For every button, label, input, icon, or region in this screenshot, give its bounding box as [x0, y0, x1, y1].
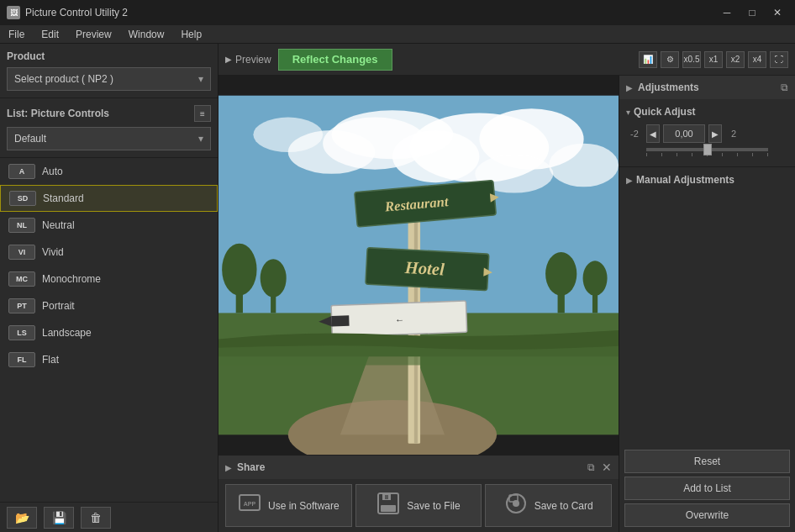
adjustments-title: Adjustments [638, 82, 699, 93]
control-item-landscape[interactable]: LS Landscape [0, 319, 218, 346]
zoom-2x-button[interactable]: x2 [726, 51, 745, 68]
menu-bar: File Edit Preview Window Help [0, 25, 795, 44]
list-options-button[interactable]: ≡ [194, 105, 211, 122]
product-section: Product Select product ( NP2 ) ▾ [0, 44, 218, 98]
reset-button[interactable]: Reset [624, 450, 790, 473]
slider-decrease-button[interactable]: ◀ [646, 124, 660, 143]
adjustments-arrow: ▶ [626, 83, 633, 92]
preview-image-container[interactable]: Restaurant Hotel [218, 76, 619, 455]
close-button[interactable]: ✕ [766, 4, 788, 21]
preview-area: Restaurant Hotel [218, 76, 619, 532]
svg-rect-26 [332, 315, 350, 326]
right-bottom-buttons: Reset Add to List Overwrite [619, 445, 795, 532]
manual-adjust-arrow[interactable]: ▶ [626, 176, 633, 185]
menu-window[interactable]: Window [120, 25, 173, 43]
default-select-chevron: ▾ [198, 133, 203, 145]
manual-adjust-section: ▶ Manual Adjustments [619, 167, 795, 192]
window-controls: ─ □ ✕ [716, 4, 788, 21]
save-to-file-button[interactable]: Save to File [355, 484, 482, 527]
maximize-button[interactable]: □ [741, 4, 763, 21]
control-badge-portrait: PT [8, 298, 35, 313]
fullscreen-button[interactable]: ⛶ [770, 51, 788, 68]
use-in-software-button[interactable]: APP Use in Software [225, 484, 352, 527]
slider-thumb[interactable] [703, 144, 712, 155]
preview-toggle[interactable]: ▶ Preview [225, 54, 271, 66]
center-right: ▶ Preview Reflect Changes 📊 ⚙ x0.5 x1 x2… [218, 44, 795, 532]
slider-value-display: 0,00 [663, 124, 705, 143]
menu-file[interactable]: File [0, 25, 33, 43]
zoom-4x-button[interactable]: x4 [748, 51, 766, 68]
menu-help[interactable]: Help [172, 25, 210, 43]
app-title: Picture Control Utility 2 [25, 7, 711, 18]
adjustments-expand-icon[interactable]: ⧉ [781, 82, 788, 93]
svg-text:←: ← [395, 314, 405, 324]
save-button[interactable]: 💾 [44, 507, 74, 529]
control-item-monochrome[interactable]: MC Monochrome [0, 266, 218, 292]
control-item-neutral[interactable]: NL Neutral [0, 212, 218, 239]
svg-rect-41 [385, 495, 388, 499]
default-select-value: Default [14, 133, 46, 145]
product-label: Product [7, 50, 211, 62]
preview-label: Preview [235, 54, 271, 66]
menu-preview[interactable]: Preview [67, 25, 120, 43]
adjustments-header: ▶ Adjustments ⧉ [619, 76, 795, 99]
share-expand-icon[interactable]: ⧉ [583, 460, 598, 475]
use-in-software-icon: APP [238, 492, 261, 519]
overwrite-button[interactable]: Overwrite [624, 503, 790, 527]
list-header: List: Picture Controls ≡ [7, 105, 211, 122]
control-item-standard[interactable]: SD Standard [0, 185, 218, 212]
control-badge-neutral: NL [8, 218, 35, 233]
histogram-button[interactable]: 📊 [639, 51, 657, 68]
control-badge-landscape: LS [8, 325, 35, 340]
zoom-half-button[interactable]: x0.5 [682, 51, 701, 68]
share-close-button[interactable]: ✕ [602, 460, 612, 475]
control-item-vivid[interactable]: VI Vivid [0, 239, 218, 266]
quick-adjust-header: ▾ Quick Adjust [626, 106, 788, 118]
share-label: Share [237, 461, 265, 473]
control-name-landscape: Landscape [42, 327, 92, 339]
control-name-neutral: Neutral [42, 219, 75, 231]
save-to-card-button[interactable]: Save to Card [485, 484, 612, 527]
share-header[interactable]: ▶ Share ⧉ ✕ [218, 456, 619, 479]
control-name-auto: Auto [42, 166, 63, 177]
control-badge-vivid: VI [8, 245, 35, 260]
svg-point-8 [332, 110, 454, 159]
delete-button[interactable]: 🗑 [81, 507, 111, 529]
svg-text:APP: APP [244, 501, 256, 507]
control-name-vivid: Vivid [42, 246, 64, 258]
zoom-1x-button[interactable]: x1 [704, 51, 723, 68]
default-select[interactable]: Default ▾ [7, 127, 211, 150]
control-item-flat[interactable]: FL Flat [0, 346, 218, 373]
control-name-flat: Flat [42, 354, 59, 366]
svg-point-7 [253, 118, 323, 152]
svg-point-31 [261, 259, 287, 298]
product-select-chevron: ▾ [198, 73, 203, 85]
preview-header: ▶ Preview Reflect Changes 📊 ⚙ x0.5 x1 x2… [218, 44, 795, 76]
control-badge-flat: FL [8, 352, 35, 367]
svg-text:Hotel: Hotel [403, 258, 445, 279]
svg-point-29 [222, 244, 256, 296]
quick-adjust-slider-track[interactable] [646, 148, 768, 151]
settings-button[interactable]: ⚙ [661, 51, 679, 68]
control-item-portrait[interactable]: PT Portrait [0, 292, 218, 319]
save-to-card-label: Save to Card [534, 500, 593, 512]
minimize-button[interactable]: ─ [716, 4, 738, 21]
share-arrow: ▶ [225, 463, 232, 472]
menu-edit[interactable]: Edit [33, 25, 67, 43]
share-buttons-row: APP Use in Software [218, 479, 619, 532]
quick-adjust-arrow[interactable]: ▾ [626, 108, 630, 117]
control-badge-auto: A [8, 164, 35, 179]
left-panel: Product Select product ( NP2 ) ▾ List: P… [0, 44, 218, 532]
control-name-standard: Standard [43, 192, 84, 204]
control-item-auto[interactable]: A Auto [0, 158, 218, 185]
quick-adjust-section: ▾ Quick Adjust -2 ◀ 0,00 ▶ 2 [619, 99, 795, 167]
share-header-icons: ⧉ ✕ [583, 460, 612, 475]
open-button[interactable]: 📂 [7, 507, 37, 529]
svg-point-33 [545, 252, 577, 296]
right-panel: ▶ Adjustments ⧉ ▾ Quick Adjust -2 ◀ 0,00… [619, 76, 795, 532]
slider-increase-button[interactable]: ▶ [708, 124, 722, 143]
product-select[interactable]: Select product ( NP2 ) ▾ [7, 67, 211, 91]
list-label: List: Picture Controls [7, 108, 109, 119]
reflect-changes-button[interactable]: Reflect Changes [278, 49, 392, 71]
add-to-list-button[interactable]: Add to List [624, 477, 790, 500]
